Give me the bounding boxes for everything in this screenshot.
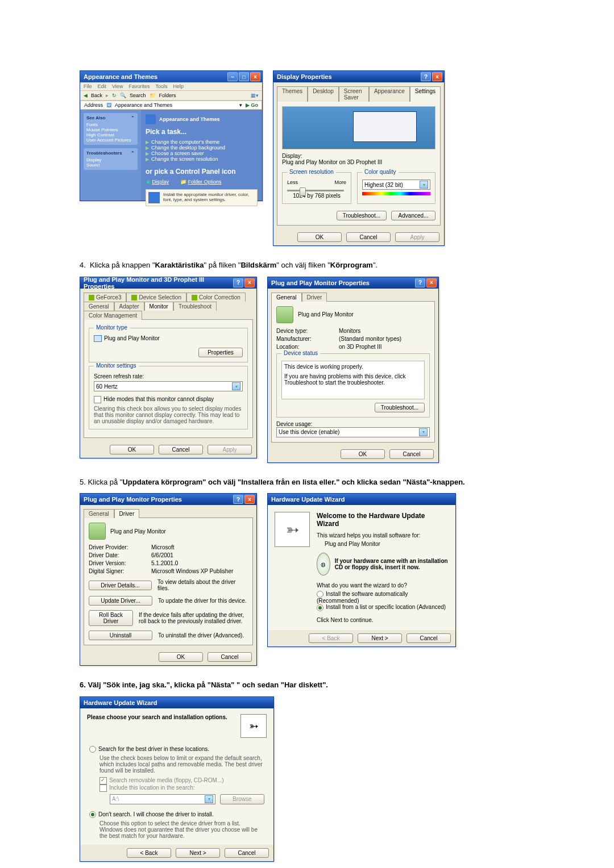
ok-button[interactable]: OK (110, 445, 154, 454)
close-icon[interactable]: × (432, 72, 442, 81)
maximize-icon[interactable]: □ (239, 72, 249, 81)
resolution-slider[interactable] (287, 190, 344, 191)
cancel-button[interactable]: Cancel (346, 232, 391, 242)
tab-colorc[interactable]: Color Correction (186, 293, 246, 302)
device-icon (89, 523, 106, 540)
tab-desktop[interactable]: Desktop (308, 86, 339, 102)
radio-auto[interactable] (317, 591, 323, 598)
nav-back[interactable]: Back (91, 93, 102, 98)
menu-view[interactable]: View (112, 84, 123, 89)
tab-troubleshoot[interactable]: Troubleshoot (173, 302, 217, 311)
troubleshoot-button[interactable]: Troubleshoot... (337, 211, 387, 220)
help-icon[interactable]: ? (415, 278, 425, 287)
ts-sound[interactable]: Sound (86, 162, 135, 168)
radio-dont-search[interactable] (89, 811, 96, 818)
tab-geforce[interactable]: GeForce3 (84, 293, 126, 302)
devtype-value: Monitors (339, 328, 360, 334)
color-quality-group: Color quality Highest (32 bit)▾ (357, 172, 435, 204)
close-icon[interactable]: × (250, 72, 260, 81)
cancel-button[interactable]: Cancel (389, 449, 434, 459)
tab-themes[interactable]: Themes (277, 86, 308, 102)
tab-screensaver[interactable]: Screen Saver (339, 86, 369, 102)
menu-help[interactable]: Help (173, 84, 184, 89)
task-screensaver[interactable]: Choose a screen saver (151, 151, 204, 156)
hide-modes-row[interactable]: Hide modes that this monitor cannot disp… (94, 396, 243, 403)
minimize-icon[interactable]: – (227, 72, 238, 81)
tab-colormgmt[interactable]: Color Management (84, 311, 142, 320)
tab-driver[interactable]: Driver (114, 509, 140, 518)
nav-folders[interactable]: Folders (159, 93, 176, 98)
rollback-button[interactable]: Roll Back Driver (89, 610, 133, 626)
browse-button: Browse (220, 794, 264, 804)
apply-button: Apply (395, 232, 439, 242)
cancel-button[interactable]: Cancel (406, 633, 451, 643)
hide-modes-checkbox[interactable] (94, 396, 101, 403)
tab-general[interactable]: General (84, 302, 114, 311)
tab-settings[interactable]: Settings (410, 86, 441, 102)
opt-search[interactable]: Search for the best driver in these loca… (89, 746, 264, 753)
wiz1-opt-list[interactable]: Install from a list or specific location… (317, 604, 449, 611)
rollback-desc: If the device fails after updating the d… (139, 612, 248, 624)
close-icon[interactable]: × (426, 278, 437, 287)
nav-search[interactable]: Search (130, 93, 146, 98)
troubleshoot-button[interactable]: Troubleshoot... (375, 403, 425, 412)
tab-devsel[interactable]: Device Selection (126, 293, 186, 302)
cp-addressbar: Address 🖼 Appearance and Themes ▾ ▶ Go (80, 101, 262, 110)
radio-search[interactable] (89, 746, 96, 753)
wiz1-opt-auto[interactable]: Install the software automatically (Reco… (317, 591, 449, 604)
tab-adapter[interactable]: Adapter (114, 302, 144, 311)
back-button[interactable]: < Back (127, 848, 171, 858)
signer-label: Digital Signer: (89, 568, 146, 574)
driver-details-button[interactable]: Driver Details... (89, 581, 152, 590)
ok-button[interactable]: OK (297, 232, 342, 242)
uninstall-button[interactable]: Uninstall (89, 631, 152, 640)
nvidia-icon (131, 295, 137, 301)
help-icon[interactable]: ? (233, 278, 243, 287)
display-properties-window: Display Properties ? × Themes Desktop Sc… (273, 70, 445, 246)
cp-titlebar: Appearance and Themes – □ × (80, 71, 262, 82)
task-resolution[interactable]: Change the screen resolution (151, 156, 218, 162)
close-icon[interactable]: × (244, 278, 255, 287)
cancel-button[interactable]: Cancel (208, 652, 252, 662)
advanced-button[interactable]: Advanced... (391, 211, 435, 220)
help-icon[interactable]: ? (233, 495, 243, 504)
cancel-button[interactable]: Cancel (159, 445, 203, 454)
tab-appearance[interactable]: Appearance (369, 86, 410, 102)
task-theme[interactable]: Change the computer's theme (151, 139, 219, 145)
see-also-contrast[interactable]: High Contrast (86, 132, 135, 137)
refresh-label: Screen refresh rate: (94, 373, 243, 379)
help-icon[interactable]: ? (421, 72, 431, 81)
tab-general[interactable]: General (84, 509, 114, 518)
ts-display[interactable]: Display (86, 157, 135, 162)
task-background[interactable]: Change the desktop background (151, 145, 225, 151)
ok-button[interactable]: OK (159, 652, 203, 662)
next-button[interactable]: Next > (176, 848, 220, 858)
menu-edit[interactable]: Edit (98, 84, 107, 89)
go-button[interactable]: ▶ Go (246, 102, 258, 108)
tab-general[interactable]: General (271, 293, 302, 302)
menu-tools[interactable]: Tools (155, 84, 167, 89)
opt-dont-search[interactable]: Don't search. I will choose the driver t… (89, 811, 264, 818)
tab-monitor[interactable]: Monitor (144, 302, 173, 311)
cp-icon-folder[interactable]: Folder Options (188, 179, 222, 185)
close-icon[interactable]: × (244, 495, 255, 504)
cancel-button[interactable]: Cancel (225, 848, 269, 858)
next-button[interactable]: Next > (358, 633, 402, 643)
refresh-select[interactable]: 60 Hertz▾ (94, 381, 243, 391)
properties-button[interactable]: Properties (198, 348, 243, 357)
see-also-mouse[interactable]: Mouse Pointers (86, 127, 135, 132)
display-label: Display: (282, 153, 435, 159)
usage-select[interactable]: Use this device (enable)▾ (276, 427, 430, 437)
update-driver-button[interactable]: Update Driver... (89, 596, 152, 606)
cp-icon-display[interactable]: Display (152, 179, 169, 185)
troubleshooters-box: Troubleshooters⌃ Display Sound (84, 148, 138, 170)
color-quality-select[interactable]: Highest (32 bit)▾ (362, 180, 430, 190)
radio-list[interactable] (317, 604, 323, 611)
ok-button[interactable]: OK (341, 449, 385, 459)
tab-driver[interactable]: Driver (302, 293, 327, 302)
cp-title: Appearance and Themes (84, 73, 157, 80)
see-also-fonts[interactable]: Fonts (86, 122, 135, 127)
menu-favorites[interactable]: Favorites (128, 84, 150, 89)
menu-file[interactable]: File (84, 84, 92, 89)
see-also-pictures[interactable]: User Account Pictures (86, 137, 135, 143)
